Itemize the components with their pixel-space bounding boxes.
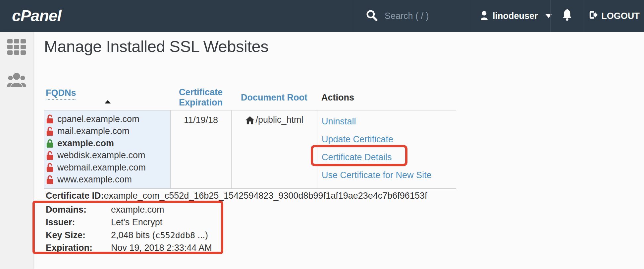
column-header-certificate-expiration[interactable]: Certificate Expiration [170,87,231,108]
document-root-cell: /public_html [231,110,317,188]
logout-label: LOGOUT [601,11,640,21]
fqdn-domain: webmail.example.com [57,163,146,173]
domains-value: example.com [111,205,212,215]
fqdn-item: mail.example.com [46,125,170,138]
key-id-mono: c552ddb8 [155,231,195,240]
certificate-details-panel: Domains: example.com Issuer: Let's Encry… [46,203,212,254]
fqdn-item: example.com [46,137,170,150]
search-box[interactable] [354,0,471,32]
fqdn-domain: www.example.com [57,174,132,185]
open-lock-icon [46,151,54,161]
cpanel-logo[interactable]: cPanel [12,0,61,32]
detail-row-expiration: Expiration: Nov 19, 2018 2:33:44 AM [46,242,212,255]
fqdn-domain: example.com [57,138,114,149]
ssl-websites-table: FQDNs Certificate Expiration Document Ro… [44,85,456,189]
user-menu[interactable]: linodeuser [471,0,550,32]
actions-cell: Uninstall Update Certificate Certificate… [317,110,456,188]
logout-icon [588,10,598,22]
detail-row-domains: Domains: example.com [46,203,212,216]
fqdn-domain: mail.example.com [57,126,130,136]
issuer-label: Issuer: [46,217,111,228]
expiration-value: Nov 19, 2018 2:33:44 AM [111,243,212,253]
document-root-path: /public_html [255,115,303,125]
home-icon [245,116,255,125]
search-icon [365,9,378,23]
fqdn-domain: webdisk.example.com [57,150,145,161]
certificate-expiration-cell: 11/19/18 [170,110,231,188]
open-lock-icon [46,114,54,124]
fqdns-cell: cpanel.example.com mail.example.com [44,110,170,188]
table-row: cpanel.example.com mail.example.com [44,110,456,189]
fqdn-item: webmail.example.com [46,162,170,174]
column-header-actions: Actions [317,93,456,103]
table-header-row: FQDNs Certificate Expiration Document Ro… [44,85,456,110]
column-header-fqdns-cell: FQDNs [44,85,170,98]
sort-ascending-icon [105,100,111,103]
key-size-label: Key Size: [46,230,111,240]
closed-lock-icon [46,138,54,148]
main-content: Manage Installed SSL Websites FQDNs Cert… [33,32,644,269]
open-lock-icon [46,175,54,185]
fqdn-item: webdisk.example.com [46,150,170,162]
top-navbar: cPanel linodeuser [0,0,644,32]
fqdn-item: www.example.com [46,174,170,186]
detail-row-key-size: Key Size: 2,048 bits (c552ddb8 ...) [46,229,212,242]
navbar-right-cluster: linodeuser [354,0,644,32]
user-groups-icon [7,72,26,89]
detail-row-issuer: Issuer: Let's Encrypt [46,216,212,229]
sidebar-user-manager-button[interactable] [0,72,33,89]
cpanel-app: cPanel linodeuser [0,0,644,269]
certificate-id-value: example_com_c552d_16b25_1542594823_9300d… [104,191,427,201]
key-size-value: 2,048 bits (c552ddb8 ...) [111,230,212,240]
user-icon [480,10,489,22]
bell-icon [562,9,573,23]
open-lock-icon [46,163,54,172]
sidebar-home-button[interactable] [0,32,33,55]
column-header-fqdns[interactable]: FQDNs [46,88,76,100]
update-certificate-link[interactable]: Update Certificate [322,133,456,146]
left-sidebar [0,32,33,269]
issuer-value: Let's Encrypt [111,217,212,228]
fqdn-domain: cpanel.example.com [57,114,139,124]
expiration-label: Expiration: [46,243,111,253]
username-label: linodeuser [493,11,538,21]
use-certificate-for-new-site-link[interactable]: Use Certificate for New Site [322,169,456,181]
certificate-details-link[interactable]: Certificate Details [322,151,456,164]
certificate-id-label: Certificate ID: [46,191,104,201]
domains-label: Domains: [46,205,111,215]
open-lock-icon [46,126,54,136]
search-input[interactable] [384,11,465,22]
fqdn-item: cpanel.example.com [46,113,170,125]
certificate-id-row: Certificate ID:example_com_c552d_16b25_1… [46,191,427,201]
notifications-button[interactable] [550,0,584,32]
logout-button[interactable]: LOGOUT [584,0,644,32]
column-header-document-root[interactable]: Document Root [231,93,317,103]
uninstall-link[interactable]: Uninstall [322,115,456,128]
apps-grid-icon [7,39,26,55]
page-title: Manage Installed SSL Websites [44,37,268,56]
